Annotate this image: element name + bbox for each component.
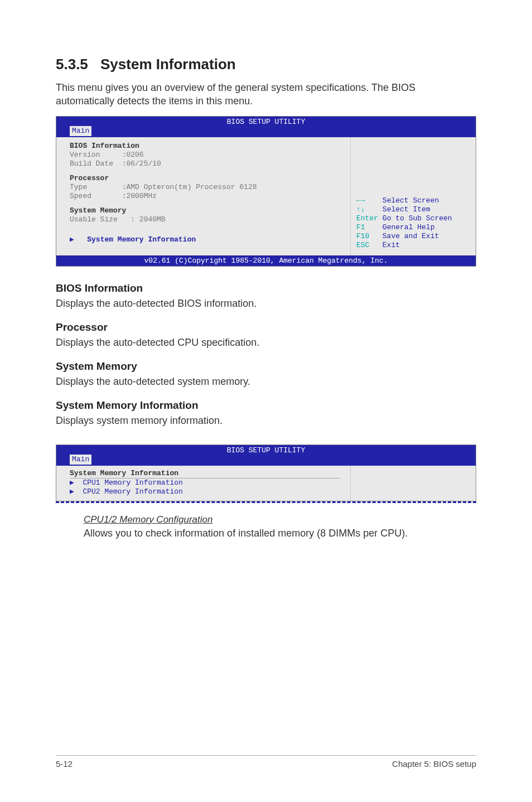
sub-para-bios-info: Displays the auto-detected BIOS informat… [56, 297, 476, 310]
cpu-config-desc: Allows you to check information of insta… [84, 526, 476, 540]
bios-screenshot-memory-info: BIOS SETUP UTILITY Main System Memory In… [56, 445, 476, 501]
bios2-tab-main: Main [70, 455, 91, 465]
submenu-arrow-icon: ▶ [70, 479, 74, 487]
processor-speed-label: Speed [70, 192, 91, 200]
bios2-heading: System Memory Information [70, 469, 340, 478]
help-key-esc: ESC [356, 241, 369, 249]
sub-heading-processor: Processor [56, 321, 476, 334]
bios2-utility-title: BIOS SETUP UTILITY [60, 446, 472, 455]
bios2-right-panel [350, 466, 476, 501]
processor-heading: Processor [70, 174, 340, 183]
bios-copyright: v02.61 (C)Copyright 1985-2010, American … [56, 255, 476, 266]
bios-utility-title: BIOS SETUP UTILITY [60, 118, 472, 126]
system-memory-info-submenu: System Memory Information [87, 235, 196, 244]
bios-info-heading: BIOS Information [70, 142, 340, 151]
dashed-cut-line [56, 501, 476, 503]
usable-size-label: Usable Size [70, 215, 118, 224]
sub-heading-bios-info: BIOS Information [56, 282, 476, 294]
help-key-arrows-ud: ↑↓ [356, 205, 365, 214]
sub-para-system-memory-info: Displays system memory information. [56, 414, 476, 427]
help-go-sub: Go to Sub Screen [383, 214, 452, 223]
build-date-value: :06/25/10 [122, 160, 161, 168]
section-heading: 5.3.5System Information [56, 56, 476, 73]
sub-heading-system-memory-info: System Memory Information [56, 399, 476, 412]
bios2-header: BIOS SETUP UTILITY Main [56, 445, 476, 466]
footer-page-number: 5-12 [56, 759, 72, 769]
submenu-arrow-icon: ▶ [70, 235, 74, 244]
version-label: Version [70, 151, 100, 159]
processor-speed-value: :2000MHz [122, 192, 157, 200]
bios-header: BIOS SETUP UTILITY Main [56, 117, 476, 137]
help-exit: Exit [383, 241, 400, 249]
cpu2-memory-info: CPU2 Memory Information [83, 487, 182, 496]
bios2-left-panel: System Memory Information ▶ CPU1 Memory … [56, 466, 350, 501]
sub-para-system-memory: Displays the auto-detected system memory… [56, 375, 476, 388]
footer-chapter: Chapter 5: BIOS setup [392, 759, 476, 769]
help-key-f10: F10 [356, 232, 369, 240]
sub-para-processor: Displays the auto-detected CPU specifica… [56, 336, 476, 349]
memory-heading: System Memory [70, 206, 340, 215]
cpu-config-block: CPU1/2 Memory Configuration Allows you t… [56, 514, 476, 540]
usable-size-value: : 2040MB [130, 215, 165, 224]
sub-heading-system-memory: System Memory [56, 360, 476, 373]
build-date-label: Build Date [70, 160, 113, 168]
version-value: :0206 [122, 151, 144, 159]
intro-paragraph: This menu gives you an overview of the g… [56, 81, 476, 108]
help-save-exit: Save and Exit [383, 232, 439, 240]
section-title: System Information [100, 56, 236, 73]
bios-help-panel: ←→ Select Screen ↑↓ Select Item Enter Go… [350, 137, 476, 255]
bios-screenshot-main: BIOS SETUP UTILITY Main BIOS Information… [56, 116, 476, 267]
section-number: 5.3.5 [56, 56, 100, 73]
page-footer: 5-12 Chapter 5: BIOS setup [56, 755, 476, 769]
help-general: General Help [383, 223, 435, 231]
help-key-enter: Enter [356, 214, 378, 223]
processor-type-label: Type [70, 183, 87, 191]
cpu1-memory-info: CPU1 Memory Information [83, 479, 182, 487]
help-select-screen: Select Screen [383, 196, 439, 205]
help-key-arrows-lr: ←→ [356, 196, 365, 205]
cpu-config-title: CPU1/2 Memory Configuration [84, 514, 476, 525]
help-key-f1: F1 [356, 223, 365, 231]
bios-tab-main: Main [70, 126, 91, 136]
submenu-arrow-icon: ▶ [70, 487, 74, 496]
bios-left-panel: BIOS Information Version :0206 Build Dat… [56, 137, 350, 255]
help-select-item: Select Item [383, 205, 431, 214]
processor-type-value: :AMD Opteron(tm) Processor 6128 [122, 183, 257, 191]
